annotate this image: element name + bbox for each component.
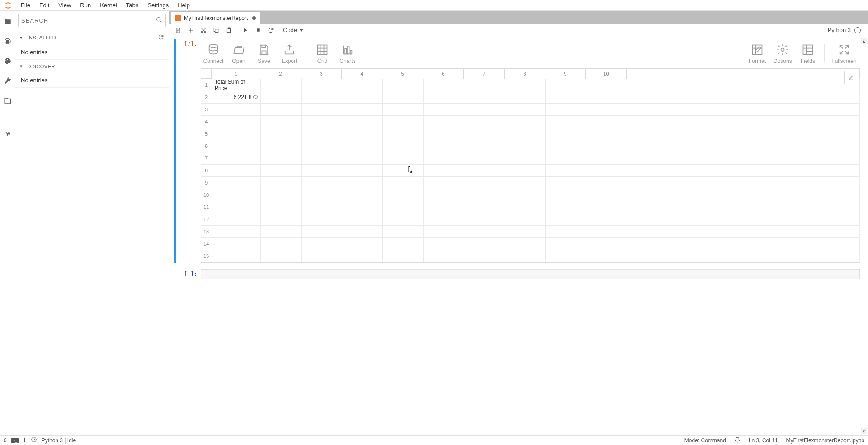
grid-cell[interactable] xyxy=(586,165,627,177)
grid-cell[interactable] xyxy=(424,165,464,177)
grid-cell[interactable] xyxy=(546,201,586,213)
grid-cell[interactable] xyxy=(464,201,505,213)
save-icon[interactable] xyxy=(173,25,184,36)
grid-cell[interactable] xyxy=(212,189,260,201)
wrench-icon[interactable] xyxy=(4,77,12,85)
search-input[interactable] xyxy=(21,17,156,24)
grid-cell[interactable] xyxy=(212,238,260,250)
grid-cell[interactable] xyxy=(424,116,464,128)
grid-cell[interactable] xyxy=(342,177,382,189)
grid-cell[interactable] xyxy=(342,140,382,152)
grid-cell[interactable] xyxy=(212,128,260,140)
grid-cell[interactable] xyxy=(383,128,423,140)
cell-type-select[interactable]: Code xyxy=(280,25,306,36)
grid-cell[interactable] xyxy=(586,177,627,189)
row-header[interactable]: 4 xyxy=(201,116,212,128)
fm-grid-button[interactable]: Grid xyxy=(310,42,335,65)
menu-file[interactable]: File xyxy=(16,0,35,10)
grid-cell[interactable] xyxy=(546,79,586,91)
terminal-icon[interactable]: >_ xyxy=(11,438,19,443)
grid-cell[interactable]: Total Sum of Price xyxy=(212,79,260,91)
grid-cell[interactable] xyxy=(505,104,545,116)
grid-cell[interactable] xyxy=(424,140,464,152)
grid-cell[interactable] xyxy=(464,140,505,152)
column-header[interactable]: 8 xyxy=(505,69,545,79)
grid-cell[interactable] xyxy=(546,177,586,189)
column-header[interactable]: 4 xyxy=(342,69,382,79)
grid-cell[interactable] xyxy=(546,250,586,262)
grid-cell[interactable] xyxy=(464,104,505,116)
grid-cell[interactable] xyxy=(302,116,342,128)
running-icon[interactable] xyxy=(4,37,12,45)
notebook-tab[interactable]: MyFirstFlexmonsterReport xyxy=(171,12,261,24)
fm-export-button[interactable]: Export xyxy=(277,42,302,65)
grid-cell[interactable] xyxy=(586,79,627,91)
grid-cell[interactable] xyxy=(302,177,342,189)
grid-cell[interactable] xyxy=(464,250,505,262)
grid-cell[interactable] xyxy=(261,116,301,128)
settings-status-icon[interactable] xyxy=(31,436,37,444)
grid-cell[interactable] xyxy=(302,201,342,213)
row-header[interactable]: 5 xyxy=(201,128,212,140)
grid-cell[interactable] xyxy=(212,116,260,128)
menu-tabs[interactable]: Tabs xyxy=(122,0,143,10)
grid-cell[interactable] xyxy=(546,128,586,140)
grid-cell[interactable] xyxy=(383,250,423,262)
menu-help[interactable]: Help xyxy=(173,0,194,10)
grid-cell[interactable] xyxy=(424,152,464,165)
grid-cell[interactable] xyxy=(261,201,301,213)
grid-cell[interactable] xyxy=(464,128,505,140)
grid-cell[interactable] xyxy=(383,189,423,201)
grid-cell[interactable] xyxy=(546,140,586,152)
cut-icon[interactable] xyxy=(198,25,209,36)
grid-cell[interactable] xyxy=(424,128,464,140)
grid-cell[interactable] xyxy=(302,128,342,140)
fm-fields-button[interactable]: Fields xyxy=(795,42,821,65)
fm-connect-button[interactable]: Connect xyxy=(201,42,226,65)
grid-cell[interactable] xyxy=(424,226,464,238)
fm-save-button[interactable]: Save xyxy=(251,42,277,65)
row-header[interactable]: 10 xyxy=(201,189,212,201)
grid-cell[interactable] xyxy=(342,165,382,177)
grid-cell[interactable] xyxy=(424,79,464,91)
row-header[interactable]: 12 xyxy=(201,213,212,226)
fm-options-button[interactable]: Options xyxy=(770,42,795,65)
row-header[interactable]: 15 xyxy=(201,250,212,262)
grid-cell[interactable] xyxy=(261,79,301,91)
grid-cell[interactable] xyxy=(261,213,301,226)
grid-cell[interactable] xyxy=(261,165,301,177)
search-icon[interactable] xyxy=(156,16,163,25)
grid-cell[interactable] xyxy=(505,79,545,91)
grid-cell[interactable] xyxy=(505,226,545,238)
grid-cell[interactable] xyxy=(546,226,586,238)
column-header[interactable]: 2 xyxy=(260,69,301,79)
grid-cell[interactable] xyxy=(586,250,627,262)
code-cell[interactable]: [ ]: xyxy=(174,269,860,279)
grid-cell[interactable] xyxy=(586,226,627,238)
restart-icon[interactable] xyxy=(265,25,276,36)
grid-cell[interactable] xyxy=(586,213,627,226)
grid-cell[interactable]: 6 221 870 xyxy=(212,91,260,104)
grid-cell[interactable] xyxy=(261,91,301,104)
grid-cell[interactable] xyxy=(424,213,464,226)
grid-cell[interactable] xyxy=(302,91,342,104)
fm-open-button[interactable]: Open xyxy=(226,42,251,65)
grid-cell[interactable] xyxy=(505,165,545,177)
menu-kernel[interactable]: Kernel xyxy=(95,0,122,10)
stop-icon[interactable] xyxy=(253,25,264,36)
status-kernel[interactable]: Python 3 | Idle xyxy=(42,437,76,444)
grid-cell[interactable] xyxy=(261,226,301,238)
grid-cell[interactable] xyxy=(424,91,464,104)
grid-cell[interactable] xyxy=(261,140,301,152)
grid-cell[interactable] xyxy=(212,177,260,189)
grid-cell[interactable] xyxy=(586,238,627,250)
grid-cell[interactable] xyxy=(261,104,301,116)
column-header[interactable]: 1 xyxy=(212,69,260,79)
section-installed[interactable]: ▾ INSTALLED xyxy=(15,30,169,45)
fm-grid[interactable]: 12345678910 123456789101112131415 Total … xyxy=(201,68,860,263)
menu-run[interactable]: Run xyxy=(75,0,95,10)
grid-cell[interactable] xyxy=(546,213,586,226)
refresh-icon[interactable] xyxy=(158,34,164,41)
grid-cell[interactable] xyxy=(342,116,382,128)
grid-cell[interactable] xyxy=(342,104,382,116)
